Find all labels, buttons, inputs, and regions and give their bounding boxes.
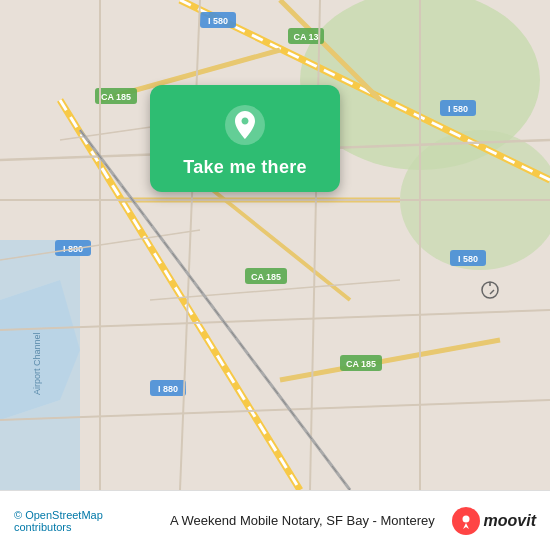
svg-text:CA 185: CA 185 (101, 92, 131, 102)
svg-text:I 580: I 580 (458, 254, 478, 264)
moovit-brand-text: moovit (484, 512, 536, 530)
svg-text:I 580: I 580 (208, 16, 228, 26)
location-pin-icon (223, 103, 267, 147)
osm-attribution: © OpenStreetMap contributors (14, 509, 153, 533)
svg-text:I 580: I 580 (448, 104, 468, 114)
svg-text:Airport Channel: Airport Channel (32, 332, 42, 395)
map-view: Airport Channel I 580 I 580 I 580 I 880 … (0, 0, 550, 490)
moovit-icon (452, 507, 480, 535)
take-me-there-card[interactable]: Take me there (150, 85, 340, 192)
take-me-there-label: Take me there (183, 157, 307, 178)
svg-text:CA 185: CA 185 (251, 272, 281, 282)
place-name: A Weekend Mobile Notary, SF Bay - Monter… (163, 513, 441, 528)
svg-text:CA 13: CA 13 (293, 32, 318, 42)
bottom-bar: © OpenStreetMap contributors A Weekend M… (0, 490, 550, 550)
svg-point-50 (462, 515, 469, 522)
moovit-logo: moovit (452, 507, 536, 535)
svg-text:CA 185: CA 185 (346, 359, 376, 369)
svg-text:I 880: I 880 (158, 384, 178, 394)
